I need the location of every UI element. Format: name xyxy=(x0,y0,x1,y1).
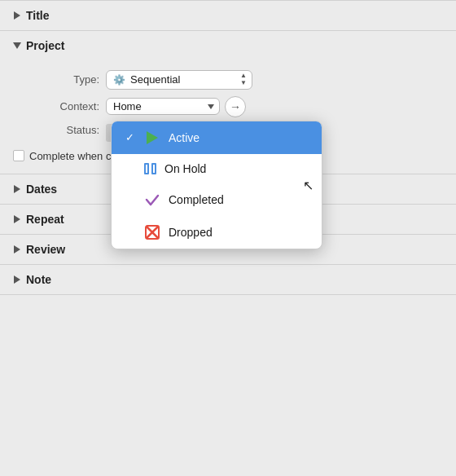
review-section-label: Review xyxy=(26,243,65,256)
repeat-collapse-icon xyxy=(13,215,21,223)
on-hold-bar-1 xyxy=(144,163,149,174)
note-collapse-icon xyxy=(13,275,21,284)
active-label: Active xyxy=(169,131,200,144)
main-panel: Title Project Type: ⚙️ Sequential ▲ ▼ C xyxy=(0,0,456,476)
context-field-row: Context: Home → xyxy=(0,93,456,121)
on-hold-label: On Hold xyxy=(164,162,206,175)
dropped-label: Dropped xyxy=(169,226,213,239)
complete-when-text: Complete when c… xyxy=(29,150,121,162)
status-option-dropped[interactable]: ✓ Dropped xyxy=(112,216,322,249)
section-note[interactable]: Note xyxy=(0,265,456,294)
project-collapse-icon xyxy=(13,42,21,50)
dates-collapse-icon xyxy=(13,185,21,193)
context-nav-button[interactable]: → xyxy=(225,96,246,117)
status-label: Status: xyxy=(0,124,106,136)
stepper-icon: ▲ ▼ xyxy=(240,73,247,87)
context-select[interactable]: Home xyxy=(106,98,220,115)
type-select-inner: ⚙️ Sequential xyxy=(113,73,180,86)
active-check: ✓ xyxy=(123,131,136,143)
on-hold-check: ✓ xyxy=(123,162,136,174)
repeat-section-label: Repeat xyxy=(26,213,64,226)
type-value: Sequential xyxy=(130,73,180,86)
status-option-completed[interactable]: ✓ Completed xyxy=(112,183,322,216)
title-collapse-icon xyxy=(13,11,21,20)
context-label: Context: xyxy=(0,100,106,112)
completed-icon xyxy=(144,192,160,208)
completed-check: ✓ xyxy=(123,193,136,205)
type-field-row: Type: ⚙️ Sequential ▲ ▼ xyxy=(0,67,456,93)
play-triangle xyxy=(147,131,158,144)
on-hold-bar-2 xyxy=(151,163,156,174)
project-section-label: Project xyxy=(26,39,64,52)
status-field-row: Status: ⚑ ✓ Active ↖ ✓ xyxy=(0,121,456,145)
sequential-icon: ⚙️ xyxy=(113,74,125,86)
divider-6 xyxy=(0,294,456,295)
type-label: Type: xyxy=(0,73,106,86)
type-select[interactable]: ⚙️ Sequential ▲ ▼ xyxy=(106,70,252,90)
context-value: Home xyxy=(113,100,203,112)
cursor-arrow: ↖ xyxy=(303,177,314,192)
dropped-icon xyxy=(144,224,160,240)
status-option-on-hold[interactable]: ✓ On Hold xyxy=(112,154,322,183)
section-title[interactable]: Title xyxy=(0,1,456,30)
dropped-check: ✓ xyxy=(123,226,136,238)
completed-label: Completed xyxy=(169,193,224,206)
review-collapse-icon xyxy=(13,245,21,253)
arrow-right-icon: → xyxy=(230,100,241,113)
on-hold-icon xyxy=(144,163,156,174)
title-section-label: Title xyxy=(26,9,50,22)
note-section-label: Note xyxy=(26,273,51,286)
active-play-icon xyxy=(144,130,160,146)
complete-label-text: Complete when c xyxy=(29,150,111,162)
section-project[interactable]: Project xyxy=(0,31,456,60)
complete-when-checkbox[interactable] xyxy=(13,150,24,161)
status-dropdown: ✓ Active ↖ ✓ On Hold xyxy=(111,121,322,249)
context-dropdown-arrow xyxy=(208,104,214,109)
project-content: Type: ⚙️ Sequential ▲ ▼ Context: Home xyxy=(0,60,456,174)
status-option-active[interactable]: ✓ Active ↖ xyxy=(112,121,322,154)
dates-section-label: Dates xyxy=(26,183,57,196)
context-row: Home → xyxy=(106,96,246,117)
